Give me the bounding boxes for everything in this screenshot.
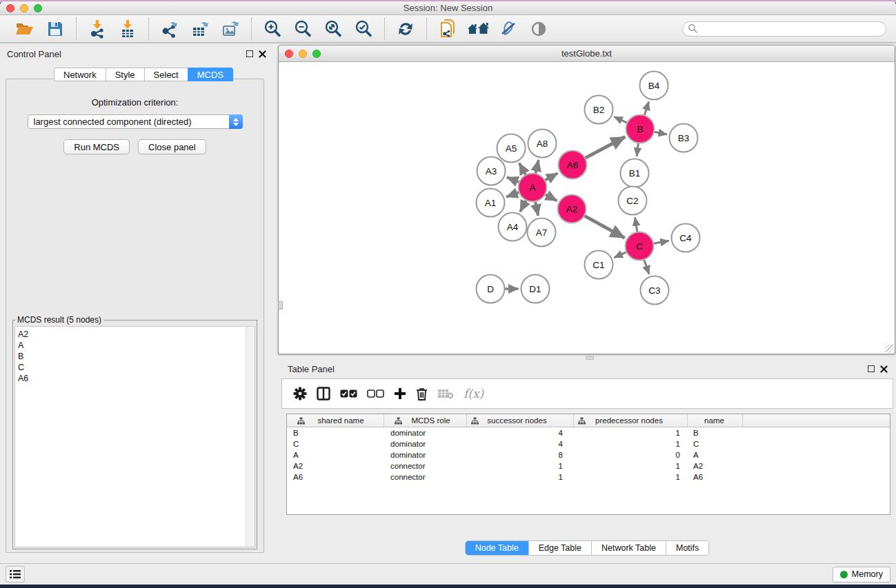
node-A3[interactable]: A3 bbox=[477, 157, 506, 185]
birdseye-icon[interactable] bbox=[526, 18, 551, 40]
network-window-titlebar[interactable]: testGlobe.txt bbox=[279, 45, 895, 62]
function-builder-icon[interactable]: f(x) bbox=[464, 387, 484, 401]
edge-A-A3[interactable] bbox=[507, 177, 520, 183]
memory-button[interactable]: Memory bbox=[833, 567, 890, 582]
mcds-result-list[interactable]: A2ABCA6 bbox=[14, 326, 255, 547]
tab-style[interactable]: Style bbox=[106, 68, 144, 81]
node-C4[interactable]: C4 bbox=[672, 224, 700, 252]
edge-A2-C[interactable] bbox=[584, 215, 624, 238]
select-all-icon[interactable] bbox=[340, 389, 357, 398]
close-table-panel-icon[interactable] bbox=[880, 365, 888, 373]
column-header-shared-name[interactable]: shared name bbox=[287, 414, 384, 427]
table-cell[interactable]: A bbox=[287, 451, 384, 459]
show-columns-icon[interactable] bbox=[317, 387, 330, 401]
table-cell[interactable]: 1 bbox=[467, 473, 574, 481]
table-cell[interactable]: C bbox=[688, 440, 743, 448]
edge-A-A8[interactable] bbox=[535, 160, 539, 174]
tab-node-table[interactable]: Node Table bbox=[466, 541, 529, 555]
export-table-icon[interactable] bbox=[188, 18, 212, 40]
home-view-icon[interactable] bbox=[466, 18, 490, 40]
open-folder-icon[interactable] bbox=[12, 18, 37, 40]
result-scrollbar[interactable] bbox=[246, 327, 255, 547]
node-D1[interactable]: D1 bbox=[521, 275, 550, 303]
edge-B-B1[interactable] bbox=[637, 142, 639, 156]
hide-annotations-icon[interactable] bbox=[496, 18, 521, 40]
network-snapshot-icon[interactable] bbox=[435, 18, 460, 40]
result-item[interactable]: C bbox=[18, 362, 255, 373]
table-cell[interactable]: 1 bbox=[467, 462, 574, 470]
column-header-successor-nodes[interactable]: successor nodes bbox=[467, 414, 574, 427]
edge-A-A2[interactable] bbox=[544, 194, 557, 201]
zoom-selected-icon[interactable] bbox=[351, 18, 376, 40]
node-C2[interactable]: C2 bbox=[619, 187, 647, 215]
table-cell[interactable]: A bbox=[688, 451, 743, 459]
optimization-criterion-dropdown[interactable]: largest connected component (directed) bbox=[28, 114, 243, 129]
edge-C-C2[interactable] bbox=[635, 217, 637, 232]
tab-motifs[interactable]: Motifs bbox=[666, 541, 708, 555]
node-C[interactable]: C bbox=[626, 232, 654, 261]
table-cell[interactable]: dominator bbox=[384, 440, 467, 448]
table-cell[interactable]: connector bbox=[384, 473, 467, 481]
node-A2[interactable]: A2 bbox=[558, 195, 586, 223]
window-resize-grip[interactable] bbox=[886, 345, 894, 353]
table-cell[interactable]: A2 bbox=[287, 462, 384, 470]
column-header-name[interactable]: name bbox=[688, 414, 743, 427]
edge-A-A7[interactable] bbox=[535, 201, 538, 216]
close-panel-icon[interactable] bbox=[259, 50, 266, 58]
float-panel-icon[interactable] bbox=[246, 50, 253, 57]
table-cell[interactable]: dominator bbox=[384, 451, 467, 459]
zoom-out-icon[interactable] bbox=[290, 18, 315, 40]
node-A8[interactable]: A8 bbox=[528, 130, 557, 158]
table-row[interactable]: A6connector11A6 bbox=[287, 472, 890, 483]
export-image-icon[interactable] bbox=[218, 18, 243, 40]
edge-A-A1[interactable] bbox=[506, 192, 520, 197]
gear-icon[interactable] bbox=[293, 387, 307, 401]
run-mcds-button[interactable]: Run MCDS bbox=[63, 139, 130, 154]
table-row[interactable]: Adominator80A bbox=[287, 449, 890, 460]
node-A5[interactable]: A5 bbox=[497, 134, 526, 163]
edge-C-C1[interactable] bbox=[614, 252, 627, 258]
node-A6[interactable]: A6 bbox=[559, 151, 587, 179]
close-panel-button[interactable]: Close panel bbox=[138, 139, 206, 154]
zoom-in-icon[interactable] bbox=[260, 18, 285, 40]
table-cell[interactable]: 1 bbox=[574, 473, 688, 481]
search-input-box[interactable] bbox=[682, 21, 886, 37]
zoom-fit-icon[interactable] bbox=[321, 18, 346, 40]
node-B4[interactable]: B4 bbox=[640, 72, 668, 100]
import-table-icon[interactable] bbox=[115, 18, 140, 40]
edge-B-B2[interactable] bbox=[614, 116, 628, 123]
node-D[interactable]: D bbox=[477, 275, 505, 303]
task-history-button[interactable] bbox=[6, 566, 25, 582]
table-cell[interactable]: 4 bbox=[467, 440, 574, 448]
table-row[interactable]: Cdominator41C bbox=[287, 438, 890, 449]
result-item[interactable]: A6 bbox=[18, 373, 255, 384]
table-cell[interactable]: 8 bbox=[467, 451, 574, 459]
result-item[interactable]: B bbox=[18, 351, 255, 362]
table-cell[interactable]: A6 bbox=[688, 473, 743, 481]
table-cell[interactable]: C bbox=[287, 440, 384, 448]
table-row[interactable]: Bdominator41B bbox=[287, 427, 890, 438]
delete-table-icon[interactable] bbox=[437, 388, 454, 399]
tab-edge-table[interactable]: Edge Table bbox=[529, 541, 592, 555]
import-network-icon[interactable] bbox=[85, 18, 110, 40]
node-B[interactable]: B bbox=[626, 115, 655, 143]
table-cell[interactable]: 1 bbox=[574, 429, 688, 437]
edge-B-B3[interactable] bbox=[653, 132, 667, 134]
edge-A-A4[interactable] bbox=[520, 199, 526, 212]
table-cell[interactable]: 0 bbox=[574, 451, 688, 459]
node-B1[interactable]: B1 bbox=[621, 159, 649, 187]
tab-network-table[interactable]: Network Table bbox=[592, 541, 666, 555]
table-cell[interactable]: connector bbox=[384, 462, 467, 470]
node-table[interactable]: shared name MCDS role successor nodes bbox=[286, 414, 890, 515]
edge-A-A6[interactable] bbox=[544, 173, 558, 181]
tab-mcds[interactable]: MCDS bbox=[188, 68, 233, 81]
window-edge-grip[interactable] bbox=[278, 301, 283, 310]
node-A7[interactable]: A7 bbox=[528, 219, 556, 247]
delete-column-icon[interactable] bbox=[416, 387, 428, 401]
table-row[interactable]: A2connector11A2 bbox=[287, 460, 890, 472]
edge-B-B4[interactable] bbox=[644, 101, 649, 116]
column-header-mcds-role[interactable]: MCDS role bbox=[384, 414, 467, 427]
network-canvas[interactable]: AA1A2A3A4A5A6A7A8BB1B2B3B4CC1C2C3C4DD1 bbox=[279, 63, 894, 353]
table-cell[interactable]: A6 bbox=[287, 473, 384, 481]
table-cell[interactable]: dominator bbox=[384, 429, 467, 437]
